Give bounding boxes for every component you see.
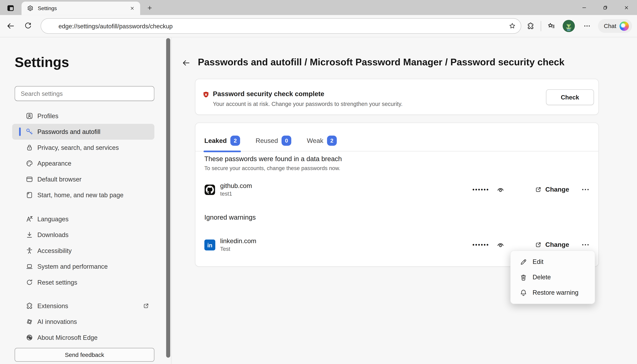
favorite-star-icon[interactable] — [507, 21, 518, 31]
menu-item-label: Delete — [533, 274, 551, 281]
profiles-icon — [26, 112, 33, 120]
sidebar-item-label: Accessibility — [37, 247, 72, 254]
browser-window: Settings edge://settings/autofill/passwo… — [0, 0, 637, 364]
settings-sidebar: Settings Profiles Passwords and autofill… — [0, 37, 171, 364]
favorites-bar-icon[interactable] — [547, 21, 556, 31]
ignored-warnings-title: Ignored warnings — [204, 214, 256, 221]
sidebar-item-label: Passwords and autofill — [37, 128, 100, 136]
sidebar-item-label: Extensions — [37, 302, 68, 310]
minimize-button[interactable] — [574, 0, 595, 15]
security-check-banner: Password security check complete Your ac… — [195, 79, 599, 115]
browser-window-icon — [26, 175, 33, 183]
gear-icon — [27, 5, 34, 12]
tab-leaked[interactable]: Leaked 2 — [204, 136, 240, 151]
show-password-icon[interactable] — [496, 240, 506, 250]
more-actions-icon[interactable] — [581, 185, 590, 194]
ai-icon — [26, 318, 33, 326]
site-name: github.com — [220, 182, 252, 190]
sidebar-item-privacy[interactable]: Privacy, search, and services — [12, 140, 154, 156]
send-feedback-button[interactable]: Send feedback — [15, 348, 154, 362]
breach-section-subtitle: To secure your accounts, change these pa… — [204, 165, 341, 172]
close-button[interactable] — [616, 0, 637, 15]
sidebar-item-default-browser[interactable]: Default browser — [12, 171, 154, 187]
password-issues-card: Leaked 2 Reused 0 Weak 2 These passwords… — [195, 123, 599, 267]
tab-settings[interactable]: Settings — [22, 2, 140, 15]
toolbar: edge://settings/autofill/passwords/check… — [0, 15, 637, 38]
open-external-icon — [535, 241, 542, 248]
sidebar-item-accessibility[interactable]: Accessibility — [12, 243, 154, 258]
settings-more-icon[interactable] — [582, 21, 592, 31]
toolbar-divider — [541, 21, 541, 31]
back-icon[interactable] — [6, 21, 16, 31]
workspaces-icon[interactable] — [5, 2, 16, 14]
issue-tabs: Leaked 2 Reused 0 Weak 2 — [195, 123, 598, 151]
reset-icon — [26, 278, 33, 286]
sidebar-item-reset[interactable]: Reset settings — [12, 274, 154, 290]
sidebar-item-label: About Microsoft Edge — [37, 334, 98, 341]
chat-button[interactable]: Chat — [598, 19, 632, 33]
body: Settings Profiles Passwords and autofill… — [0, 37, 637, 364]
sidebar-item-label: Languages — [37, 215, 69, 222]
tab-label: Leaked — [204, 137, 227, 144]
avatar[interactable] — [563, 20, 575, 32]
count-badge: 0 — [282, 136, 291, 146]
url-text[interactable]: edge://settings/autofill/passwords/check… — [59, 22, 507, 30]
edge-site-icon — [46, 22, 54, 30]
sidebar-title: Settings — [15, 54, 69, 70]
sidebar-scrollbar[interactable] — [166, 38, 170, 358]
context-menu: Edit Delete Restore warning — [510, 250, 595, 304]
key-icon — [26, 128, 33, 136]
palette-icon — [26, 160, 33, 167]
site-name: linkedin.com — [220, 238, 256, 245]
breach-section-title: These passwords were found in a data bre… — [204, 155, 342, 163]
window-controls — [574, 0, 637, 15]
content-area: Passwords and autofill / Microsoft Passw… — [171, 37, 637, 364]
banner-title: Password security check complete — [213, 90, 324, 98]
change-label: Change — [545, 186, 569, 193]
sidebar-item-downloads[interactable]: Downloads — [12, 227, 154, 243]
page-back-icon[interactable] — [182, 58, 191, 68]
sidebar-item-label: Privacy, search, and services — [37, 144, 119, 151]
tab-reused[interactable]: Reused 0 — [256, 136, 291, 151]
sidebar-item-passwords-and-autofill[interactable]: Passwords and autofill — [12, 124, 154, 140]
sidebar-item-system[interactable]: System and performance — [12, 258, 154, 274]
menu-item-restore-warning[interactable]: Restore warning — [511, 285, 595, 300]
count-badge: 2 — [230, 136, 240, 146]
new-tab-button[interactable] — [145, 3, 154, 12]
sidebar-item-label: System and performance — [37, 263, 108, 270]
tab-close-icon[interactable] — [128, 4, 137, 13]
extensions-icon[interactable] — [526, 21, 536, 31]
edge-logo-icon — [26, 334, 33, 342]
menu-item-delete[interactable]: Delete — [511, 270, 595, 285]
sidebar-item-appearance[interactable]: Appearance — [12, 156, 154, 172]
titlebar: Settings — [0, 0, 637, 15]
sidebar-item-label: Reset settings — [37, 279, 77, 286]
menu-item-label: Restore warning — [533, 289, 578, 296]
shield-warning-icon — [202, 91, 210, 98]
sidebar-item-about-edge[interactable]: About Microsoft Edge — [12, 330, 154, 346]
sidebar-item-ai-innovations[interactable]: AI innovations — [12, 314, 154, 330]
refresh-icon[interactable] — [23, 21, 33, 31]
sidebar-item-extensions[interactable]: Extensions — [12, 298, 154, 314]
page-icon — [26, 191, 33, 199]
restore-button[interactable] — [595, 0, 616, 15]
tab-title: Settings — [38, 5, 128, 12]
tab-weak[interactable]: Weak 2 — [307, 136, 337, 151]
sidebar-item-label: Default browser — [37, 176, 82, 183]
menu-item-edit[interactable]: Edit — [511, 254, 595, 270]
translate-icon — [26, 215, 33, 223]
change-password-button[interactable]: Change — [535, 241, 569, 248]
sidebar-item-label: Downloads — [37, 231, 69, 238]
sidebar-item-start-home[interactable]: Start, home, and new tab page — [12, 187, 154, 203]
search-input[interactable] — [15, 86, 154, 101]
show-password-icon[interactable] — [496, 185, 506, 194]
more-actions-icon[interactable] — [581, 240, 590, 250]
password-mask: •••••• — [472, 186, 489, 193]
sidebar-item-languages[interactable]: Languages — [12, 211, 154, 227]
sidebar-item-profiles[interactable]: Profiles — [12, 108, 154, 124]
check-button[interactable]: Check — [546, 89, 594, 105]
chat-label: Chat — [604, 23, 616, 29]
address-bar[interactable]: edge://settings/autofill/passwords/check… — [41, 18, 521, 34]
change-password-button[interactable]: Change — [535, 186, 569, 193]
username: test1 — [220, 191, 252, 197]
